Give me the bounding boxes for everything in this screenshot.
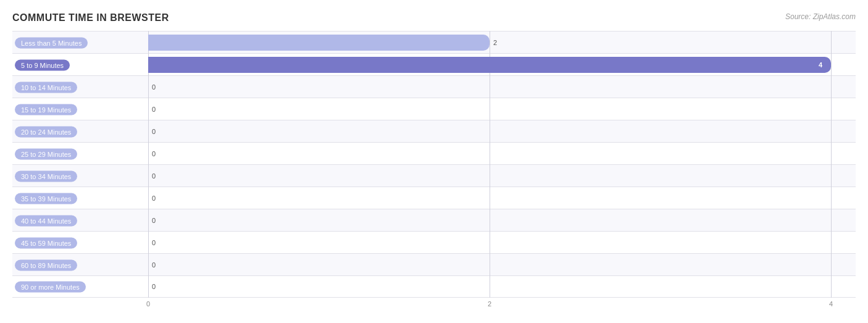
bar-value: 0 <box>152 261 156 269</box>
bar-label: 40 to 44 Minutes <box>15 215 77 226</box>
chart-title: COMMUTE TIME IN BREWSTER <box>12 12 169 23</box>
bar-label: 15 to 19 Minutes <box>15 104 77 115</box>
bar-fill <box>148 35 490 51</box>
bar-value: 0 <box>152 150 156 157</box>
bar-label: 45 to 59 Minutes <box>15 237 77 248</box>
bar-label: 60 to 89 Minutes <box>15 259 77 271</box>
bar-label: Less than 5 Minutes <box>15 37 88 48</box>
x-tick: 4 <box>829 300 833 308</box>
bar-label: 30 to 34 Minutes <box>15 170 77 182</box>
bar-label: 5 to 9 Minutes <box>15 59 70 70</box>
chart-area: Less than 5 Minutes25 to 9 Minutes410 to… <box>12 31 856 298</box>
header-row: COMMUTE TIME IN BREWSTER Source: ZipAtla… <box>12 12 856 23</box>
bar-value: 4 <box>819 61 822 69</box>
table-row: 5 to 9 Minutes4 <box>12 53 856 75</box>
table-row: 25 to 29 Minutes0 <box>12 142 856 164</box>
x-tick: 2 <box>488 300 491 308</box>
table-row: 30 to 34 Minutes0 <box>12 164 856 187</box>
bar-label: 25 to 29 Minutes <box>15 148 77 159</box>
bar-value: 0 <box>152 217 156 224</box>
table-row: Less than 5 Minutes2 <box>12 31 856 53</box>
table-row: 15 to 19 Minutes0 <box>12 98 856 120</box>
bar-value: 2 <box>493 39 497 46</box>
bar-value: 0 <box>152 83 156 91</box>
bar-label: 20 to 24 Minutes <box>15 126 77 137</box>
table-row: 20 to 24 Minutes0 <box>12 120 856 142</box>
table-row: 40 to 44 Minutes0 <box>12 209 856 231</box>
bar-value: 0 <box>152 106 156 113</box>
bar-value: 0 <box>152 172 156 180</box>
x-tick: 0 <box>146 300 150 308</box>
bar-value: 0 <box>152 283 156 290</box>
bar-value: 0 <box>152 239 156 246</box>
bar-fill <box>148 57 831 73</box>
grid-line <box>831 31 832 298</box>
table-row: 10 to 14 Minutes0 <box>12 75 856 98</box>
source-text: Source: ZipAtlas.com <box>785 12 856 21</box>
table-row: 60 to 89 Minutes0 <box>12 253 856 275</box>
bar-label: 90 or more Minutes <box>15 282 86 293</box>
x-axis: 024 <box>12 300 856 313</box>
bar-label: 10 to 14 Minutes <box>15 82 77 93</box>
table-row: 45 to 59 Minutes0 <box>12 231 856 253</box>
bar-label: 35 to 39 Minutes <box>15 193 77 204</box>
table-row: 35 to 39 Minutes0 <box>12 187 856 209</box>
bar-value: 0 <box>152 128 156 135</box>
bar-value: 0 <box>152 195 156 202</box>
page-container: COMMUTE TIME IN BREWSTER Source: ZipAtla… <box>12 12 856 313</box>
table-row: 90 or more Minutes0 <box>12 275 856 298</box>
